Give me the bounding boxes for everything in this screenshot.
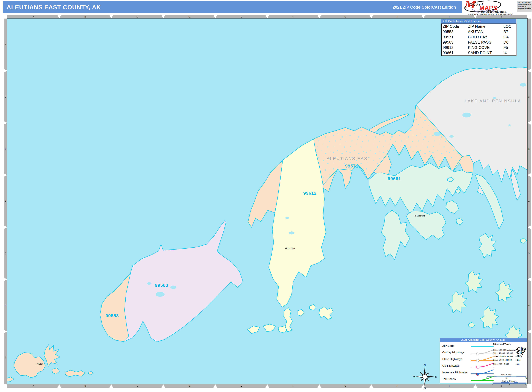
zip-code-label: 99553 (106, 313, 119, 318)
grid-letter: H (397, 385, 398, 387)
edition-label: 2021 ZIP Code ColorCast Edition (392, 1, 456, 13)
grid-letter: F (293, 385, 294, 387)
neighbor-county-label: LAKE AND PENINSULA (465, 99, 521, 103)
ruler-notch (214, 384, 217, 388)
ruler-notch (474, 384, 477, 388)
zip-index-title: ZIP Code Index/Grid Locator (441, 19, 517, 23)
legend-city-sample: City (516, 355, 522, 358)
zip-index-cell: B7 (502, 29, 516, 34)
zip-index-cell: F5 (502, 45, 516, 50)
city-label: Sand Point (414, 215, 425, 217)
island-yellow (319, 307, 333, 319)
marketmaps-logo: M arket MAPS On Target. On Time. America… (463, 0, 532, 15)
contact-box: CALL US TOLL FREE! 1-888-434-MAPS (6277)… (517, 1, 532, 12)
grid-number: 2 (528, 96, 530, 98)
ruler-notch (57, 384, 61, 388)
grid-letter: D (188, 385, 190, 387)
legend-city-sample: City (516, 363, 520, 365)
legend-city-range: Cities 25,000 - 49,999 (493, 355, 516, 357)
grid-number: 1 (5, 43, 6, 46)
legend-road-row: US Highways (442, 363, 494, 369)
grid-number: 4 (528, 200, 530, 202)
grid-letter: B (84, 385, 86, 387)
cities-and-towns-title: Cities and Towns (493, 343, 511, 345)
city-dot-icon (36, 364, 37, 364)
zip-index-column-header: ZIP Code (442, 24, 467, 29)
legend-road-label: ZIP Code (442, 344, 454, 348)
legend-road-row: Interstate Highways (442, 369, 494, 376)
legend-road-row: ZIP Code (442, 343, 494, 349)
grid-letter: E (241, 385, 242, 387)
toll-line-sample (471, 376, 494, 383)
ruler-notch (527, 121, 531, 125)
ruler-notch (317, 384, 321, 388)
city-name: King Cove (286, 247, 295, 249)
contact-line: EMAIL US AT: (518, 6, 531, 8)
legend-title: 2021 Aleutians East County, AK Map (440, 338, 527, 342)
scale-tick: 20 (525, 383, 527, 385)
zip-index-cell: KING COVE (467, 45, 503, 50)
scale-tick: 0 (492, 383, 493, 385)
compass-rose: N E S W (413, 364, 437, 390)
ruler-notch (266, 384, 269, 388)
ruler-notch (527, 330, 531, 333)
legend-city-range: Cities 5,000 - 24,999 (493, 359, 516, 361)
map-canvas: 9955399571995839961299661King CoveSand P… (7, 18, 528, 384)
legend-road-row: County Highways (442, 350, 494, 356)
grid-ruler-bottom: ABCDEFGHIJ (7, 384, 527, 388)
scale-tick: 10 (508, 383, 510, 385)
zip-index-panel: ZIP Code Index/Grid Locator ZIP CodeZIP … (441, 19, 517, 56)
grid-letter: C (136, 385, 138, 387)
legend-road-label: US Highways (442, 364, 459, 367)
legend-city-sample-text: City (517, 350, 524, 355)
city-label: Akutan (36, 363, 43, 365)
logo-maps: MAPS (479, 5, 498, 11)
legend-city-range: Cities 250 - 4,999 (493, 363, 516, 365)
legend-road-label: Toll Roads (442, 377, 456, 381)
contact-line: CALL US TOLL FREE! (518, 2, 531, 4)
legend-fine-print (503, 382, 526, 382)
zip-index-cell: D6 (502, 40, 516, 45)
grid-number: 3 (528, 148, 530, 150)
city-size-dot-icon (516, 349, 517, 350)
grid-letter: A (33, 15, 34, 18)
page-title: ALEUTIANS EAST COUNTY, AK (7, 1, 101, 13)
zip-index-row: 99661SAND POINTI4 (442, 50, 516, 56)
zip-index-table: ZIP CodeZIP NameLOC 99553AKUTANB799571CO… (441, 23, 517, 56)
grid-letter: G (345, 15, 346, 18)
legend-city-sample-text: City (517, 355, 522, 358)
grid-letter: I (449, 385, 450, 387)
ruler-notch (369, 384, 373, 388)
grid-letter: I (449, 15, 450, 18)
contact-line: 1-888-434-MAPS (6277) (518, 4, 531, 5)
zip-code-label: 99661 (388, 176, 401, 181)
legend-city-row: Cities 50,000 - 99,999City (493, 350, 524, 355)
grid-number: 5 (528, 252, 530, 255)
zip-index-cell: 99661 (442, 50, 467, 56)
compass-w: W (412, 375, 415, 378)
zip-index-cell: AKUTAN (467, 29, 503, 34)
grid-number: 7 (5, 356, 6, 359)
grid-number: 6 (528, 304, 530, 307)
legend-road-label: County Highways (442, 351, 465, 354)
city-dot-icon (414, 216, 415, 216)
grid-letter: B (84, 15, 86, 18)
legend-road-row: Toll Roads (442, 376, 494, 382)
city-size-dot-icon (516, 364, 516, 364)
grid-number: 6 (5, 304, 6, 307)
scale-km: Scale in Kilometers 01020 (493, 380, 526, 386)
us-line-sample (471, 363, 494, 369)
ruler-notch (527, 173, 531, 177)
grid-ruler-right: 1234567 (527, 19, 531, 384)
legend-city-sample-text: City (517, 359, 520, 361)
ruler-notch (527, 69, 531, 72)
contact-line: mapsales@MarketMAPS.com (518, 8, 531, 9)
ruler-notch (161, 384, 165, 388)
zip-index-cell: I4 (502, 50, 516, 56)
zip-line-sample (471, 343, 494, 350)
zip-index-column-header: ZIP Name (467, 24, 503, 29)
city-size-dot-icon (516, 360, 516, 360)
zip-code-label: 99583 (155, 283, 168, 288)
logo-tagline: On Target. On Time. (481, 10, 507, 13)
grid-number: 4 (5, 200, 6, 202)
